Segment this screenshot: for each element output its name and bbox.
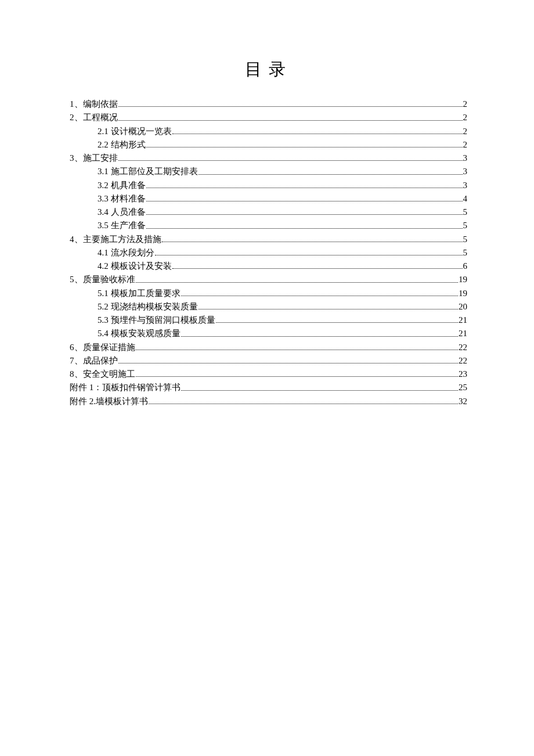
toc-entry-page: 32: [459, 395, 467, 408]
toc-entry: 6、质量保证措施22: [70, 341, 467, 354]
toc-entry-page: 21: [459, 327, 467, 340]
toc-leader-dots: [149, 404, 458, 404]
toc-leader-dots: [146, 201, 463, 201]
toc-entry-page: 5: [463, 246, 468, 260]
toc-entry-page: 21: [459, 314, 467, 327]
toc-entry-page: 2: [463, 98, 468, 111]
toc-entry-label: 5.2 现浇结构模板安装质量: [98, 300, 198, 314]
toc-entry-page: 25: [459, 381, 467, 394]
toc-entry-page: 5: [463, 219, 468, 232]
toc-entry-label: 5.1 模板加工质量要求: [98, 287, 181, 300]
document-page: 目录 1、编制依据22、工程概况22.1 设计概况一览表22.2 结构形式23、…: [0, 0, 534, 756]
toc-leader-dots: [118, 106, 463, 107]
toc-entry-page: 5: [463, 206, 468, 219]
toc-entry-label: 5、质量验收标准: [70, 273, 135, 286]
toc-entry-label: 2.2 结构形式: [98, 138, 146, 152]
toc-leader-dots: [155, 255, 463, 255]
toc-entry-label: 3、施工安排: [70, 152, 118, 165]
toc-entry-label: 3.1 施工部位及工期安排表: [98, 165, 198, 178]
toc-entry: 5.4 模板安装观感质量21: [70, 327, 467, 340]
toc-entry: 4.1 流水段划分5: [70, 246, 467, 260]
table-of-contents: 1、编制依据22、工程概况22.1 设计概况一览表22.2 结构形式23、施工安…: [70, 98, 467, 408]
toc-leader-dots: [118, 363, 459, 363]
toc-entry-label: 5.3 预埋件与预留洞口模板质量: [98, 314, 215, 327]
toc-entry: 2、工程概况2: [70, 111, 467, 124]
toc-entry-label: 3.4 人员准备: [98, 206, 146, 219]
toc-entry: 附件 2.墙模板计算书32: [70, 395, 467, 408]
toc-entry-label: 2、工程概况: [70, 111, 118, 124]
toc-entry: 2.1 设计概况一览表2: [70, 125, 467, 138]
toc-entry-page: 3: [463, 152, 468, 165]
toc-entry-label: 4、主要施工方法及措施: [70, 233, 161, 246]
toc-entry-page: 2: [463, 125, 468, 138]
toc-entry: 2.2 结构形式2: [70, 138, 467, 152]
toc-entry-label: 4.2 模板设计及安装: [98, 260, 172, 273]
toc-leader-dots: [136, 376, 459, 377]
toc-entry: 5.2 现浇结构模板安装质量20: [70, 300, 467, 314]
toc-leader-dots: [199, 309, 459, 309]
toc-entry-label: 附件 1：顶板扣件钢管计算书: [70, 381, 181, 394]
toc-leader-dots: [146, 188, 463, 188]
toc-entry-label: 3.5 生产准备: [98, 219, 146, 232]
toc-leader-dots: [181, 296, 459, 296]
toc-leader-dots: [162, 242, 463, 242]
toc-leader-dots: [118, 120, 463, 121]
toc-leader-dots: [118, 160, 463, 161]
toc-entry: 3.1 施工部位及工期安排表3: [70, 165, 467, 178]
toc-leader-dots: [181, 336, 459, 337]
toc-entry: 4.2 模板设计及安装6: [70, 260, 467, 273]
toc-leader-dots: [146, 147, 463, 147]
toc-entry: 5.3 预埋件与预留洞口模板质量21: [70, 314, 467, 327]
toc-entry-page: 22: [459, 341, 467, 354]
toc-entry: 1、编制依据2: [70, 98, 467, 111]
toc-entry-label: 8、安全文明施工: [70, 368, 135, 381]
toc-entry: 5.1 模板加工质量要求19: [70, 287, 467, 300]
toc-entry-page: 20: [459, 300, 467, 314]
toc-leader-dots: [172, 134, 463, 134]
toc-entry: 5、质量验收标准19: [70, 273, 467, 286]
toc-leader-dots: [136, 350, 459, 350]
toc-entry-page: 5: [463, 233, 468, 246]
toc-entry-label: 4.1 流水段划分: [98, 246, 154, 260]
toc-leader-dots: [199, 174, 463, 175]
toc-entry-label: 5.4 模板安装观感质量: [98, 327, 181, 340]
toc-entry-page: 4: [463, 192, 468, 206]
toc-entry-label: 3.2 机具准备: [98, 179, 146, 192]
toc-leader-dots: [146, 228, 463, 229]
toc-entry-page: 19: [459, 273, 467, 286]
toc-leader-dots: [216, 322, 459, 323]
toc-leader-dots: [146, 214, 463, 215]
toc-leader-dots: [172, 268, 463, 269]
toc-entry: 3.2 机具准备3: [70, 179, 467, 192]
toc-entry-page: 6: [463, 260, 468, 273]
toc-entry: 附件 1：顶板扣件钢管计算书25: [70, 381, 467, 394]
toc-entry: 8、安全文明施工23: [70, 368, 467, 381]
toc-entry-label: 1、编制依据: [70, 98, 118, 111]
toc-entry-page: 2: [463, 111, 468, 124]
toc-entry: 4、主要施工方法及措施5: [70, 233, 467, 246]
toc-entry: 3.3 材料准备4: [70, 192, 467, 206]
toc-entry: 3.4 人员准备5: [70, 206, 467, 219]
toc-leader-dots: [136, 282, 459, 283]
toc-entry-page: 23: [459, 368, 467, 381]
toc-entry-page: 19: [459, 287, 467, 300]
toc-entry-label: 7、成品保护: [70, 354, 118, 368]
toc-entry: 3、施工安排3: [70, 152, 467, 165]
toc-entry-page: 3: [463, 179, 468, 192]
toc-entry: 7、成品保护22: [70, 354, 467, 368]
toc-entry-label: 附件 2.墙模板计算书: [70, 395, 148, 408]
toc-entry-label: 6、质量保证措施: [70, 341, 135, 354]
toc-entry-page: 3: [463, 165, 468, 178]
toc-entry-page: 2: [463, 138, 468, 152]
toc-entry-page: 22: [459, 354, 467, 368]
toc-entry-label: 2.1 设计概况一览表: [98, 125, 172, 138]
toc-title: 目录: [70, 58, 467, 81]
toc-entry: 3.5 生产准备5: [70, 219, 467, 232]
toc-entry-label: 3.3 材料准备: [98, 192, 146, 206]
toc-leader-dots: [181, 390, 458, 391]
